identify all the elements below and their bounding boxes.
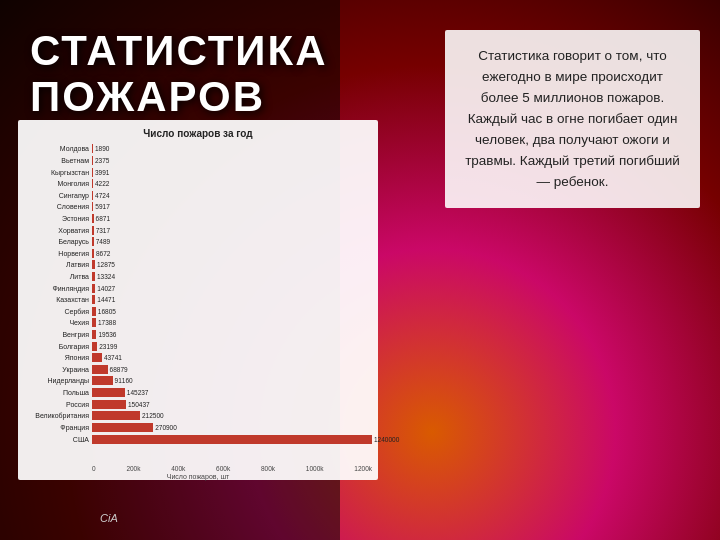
bar-row: Эстония6871 bbox=[24, 213, 372, 225]
x-axis-label: Число пожаров, шт bbox=[18, 473, 378, 480]
bar-number: 145237 bbox=[127, 389, 149, 396]
x-tick: 200k bbox=[126, 465, 140, 472]
bar-country-label: Финляндия bbox=[24, 285, 92, 292]
bar-fill bbox=[92, 284, 95, 293]
bar-number: 4724 bbox=[95, 192, 109, 199]
bar-value-wrap: 145237 bbox=[92, 388, 372, 397]
bar-row: США1240000 bbox=[24, 433, 372, 445]
bar-number: 6871 bbox=[96, 215, 110, 222]
bar-fill bbox=[92, 191, 93, 200]
bar-value-wrap: 212500 bbox=[92, 411, 372, 420]
bar-value-wrap: 17388 bbox=[92, 318, 372, 327]
bar-value-wrap: 14471 bbox=[92, 295, 372, 304]
bar-value-wrap: 150437 bbox=[92, 400, 372, 409]
bar-row: Украина68879 bbox=[24, 364, 372, 376]
bar-number: 3991 bbox=[95, 169, 109, 176]
bar-country-label: Кыргызстан bbox=[24, 169, 92, 176]
bar-number: 270900 bbox=[155, 424, 177, 431]
bar-fill bbox=[92, 179, 93, 188]
bar-fill bbox=[92, 435, 372, 444]
chart-container: Число пожаров за год Молдова1890Вьетнам2… bbox=[18, 120, 378, 480]
bar-value-wrap: 4222 bbox=[92, 179, 372, 188]
bar-fill bbox=[92, 295, 95, 304]
bar-value-wrap: 1240000 bbox=[92, 435, 399, 444]
bar-value-wrap: 2375 bbox=[92, 156, 372, 165]
bar-number: 16805 bbox=[98, 308, 116, 315]
x-tick: 1000k bbox=[306, 465, 324, 472]
bar-number: 43741 bbox=[104, 354, 122, 361]
bar-fill bbox=[92, 307, 96, 316]
bar-fill bbox=[92, 202, 93, 211]
bar-fill bbox=[92, 400, 126, 409]
bar-value-wrap: 7317 bbox=[92, 226, 372, 235]
bar-country-label: Молдова bbox=[24, 145, 92, 152]
bar-country-label: Украина bbox=[24, 366, 92, 373]
bar-number: 150437 bbox=[128, 401, 150, 408]
bar-number: 68879 bbox=[110, 366, 128, 373]
bar-country-label: Венгрия bbox=[24, 331, 92, 338]
bar-value-wrap: 91160 bbox=[92, 376, 372, 385]
bar-row: Сингапур4724 bbox=[24, 189, 372, 201]
bar-row: Финляндия14027 bbox=[24, 282, 372, 294]
bar-row: Нидерланды91160 bbox=[24, 375, 372, 387]
bar-value-wrap: 3991 bbox=[92, 168, 372, 177]
bar-country-label: Чехия bbox=[24, 319, 92, 326]
bar-fill bbox=[92, 330, 96, 339]
bar-fill bbox=[92, 260, 95, 269]
bar-fill bbox=[92, 411, 140, 420]
info-text-box: Статистика говорит о том, что ежегодно в… bbox=[445, 30, 700, 208]
bar-number: 7489 bbox=[96, 238, 110, 245]
bar-number: 14027 bbox=[97, 285, 115, 292]
bar-value-wrap: 270900 bbox=[92, 423, 372, 432]
bar-fill bbox=[92, 156, 93, 165]
bar-row: Болгария23199 bbox=[24, 340, 372, 352]
bar-row: Франция270900 bbox=[24, 422, 372, 434]
x-tick: 800k bbox=[261, 465, 275, 472]
bar-row: Япония43741 bbox=[24, 352, 372, 364]
cia-badge: CiA bbox=[100, 512, 118, 524]
bar-fill bbox=[92, 237, 94, 246]
bar-number: 12875 bbox=[97, 261, 115, 268]
bar-fill bbox=[92, 214, 94, 223]
bar-fill bbox=[92, 226, 94, 235]
bar-number: 1890 bbox=[95, 145, 109, 152]
bar-number: 91160 bbox=[115, 377, 133, 384]
bar-fill bbox=[92, 168, 93, 177]
bar-country-label: Великобритания bbox=[24, 412, 92, 419]
bar-number: 19536 bbox=[98, 331, 116, 338]
bar-number: 14471 bbox=[97, 296, 115, 303]
bar-row: Хорватия7317 bbox=[24, 224, 372, 236]
bar-fill bbox=[92, 249, 94, 258]
bar-row: Литва13324 bbox=[24, 271, 372, 283]
bar-fill bbox=[92, 342, 97, 351]
bar-row: Польша145237 bbox=[24, 387, 372, 399]
bar-value-wrap: 19536 bbox=[92, 330, 372, 339]
bar-row: Великобритания212500 bbox=[24, 410, 372, 422]
bar-number: 17388 bbox=[98, 319, 116, 326]
x-tick: 600k bbox=[216, 465, 230, 472]
bar-fill bbox=[92, 388, 125, 397]
bar-fill bbox=[92, 376, 113, 385]
bar-country-label: Польша bbox=[24, 389, 92, 396]
bar-value-wrap: 14027 bbox=[92, 284, 372, 293]
chart-title: Число пожаров за год bbox=[24, 128, 372, 139]
bar-value-wrap: 68879 bbox=[92, 365, 372, 374]
bar-value-wrap: 1890 bbox=[92, 144, 372, 153]
bar-fill bbox=[92, 365, 108, 374]
bar-value-wrap: 6871 bbox=[92, 214, 372, 223]
info-text: Статистика говорит о том, что ежегодно в… bbox=[465, 48, 680, 189]
bar-row: Казахстан14471 bbox=[24, 294, 372, 306]
chart-area: Молдова1890Вьетнам2375Кыргызстан3991Монг… bbox=[24, 143, 372, 445]
bar-value-wrap: 43741 bbox=[92, 353, 372, 362]
bar-fill bbox=[92, 144, 93, 153]
bar-country-label: Вьетнам bbox=[24, 157, 92, 164]
bar-row: Словения5917 bbox=[24, 201, 372, 213]
bar-value-wrap: 16805 bbox=[92, 307, 372, 316]
bar-value-wrap: 12875 bbox=[92, 260, 372, 269]
bar-fill bbox=[92, 272, 95, 281]
bar-row: Сербия16805 bbox=[24, 306, 372, 318]
bar-row: Беларусь7489 bbox=[24, 236, 372, 248]
bar-number: 1240000 bbox=[374, 436, 399, 443]
x-tick: 400k bbox=[171, 465, 185, 472]
bar-country-label: Латвия bbox=[24, 261, 92, 268]
